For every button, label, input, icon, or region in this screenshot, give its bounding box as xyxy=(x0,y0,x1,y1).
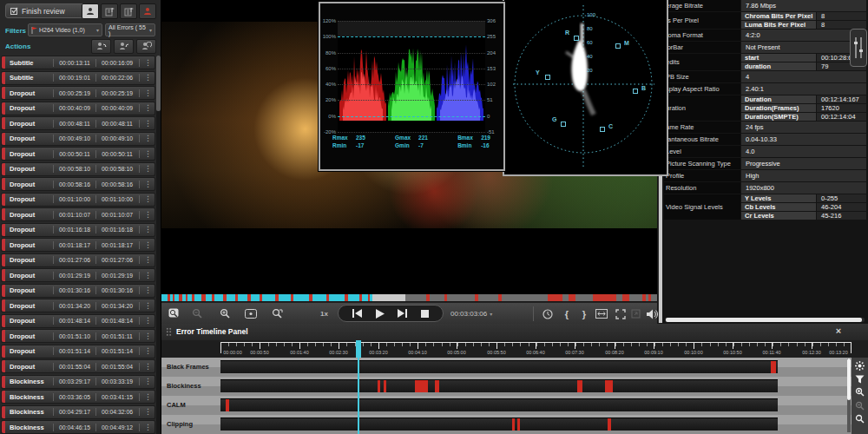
error-list-item[interactable]: Dropout 00:00:40:09 00:00:40:09 ⋮ xyxy=(1,102,155,115)
row-menu-icon[interactable]: ⋮ xyxy=(144,241,155,249)
row-menu-icon[interactable]: ⋮ xyxy=(144,363,155,371)
row-menu-icon[interactable]: ⋮ xyxy=(144,150,155,158)
scrollbar-thumb[interactable] xyxy=(847,358,851,400)
frame-view-button[interactable] xyxy=(241,306,260,321)
current-timecode[interactable]: 00:03:03:06 ▾ xyxy=(450,310,492,318)
error-filter-dropdown[interactable]: All Errors ( 55 ) ▾ xyxy=(105,23,155,36)
error-list-item[interactable]: Blockiness 00:04:46:15 00:04:49:12 ⋮ xyxy=(1,420,155,434)
finish-review-button[interactable]: Finish review xyxy=(5,3,86,18)
error-list-item[interactable]: Dropout 00:00:25:19 00:00:25:19 ⋮ xyxy=(1,86,155,100)
timeline-scrollbar[interactable] xyxy=(847,358,851,432)
error-list-item[interactable]: Blockiness 00:03:36:05 00:03:41:15 ⋮ xyxy=(1,390,155,404)
error-list-item[interactable]: Dropout 00:00:58:16 00:00:58:16 ⋮ xyxy=(1,177,155,191)
row-menu-icon[interactable]: ⋮ xyxy=(144,135,155,142)
error-marker[interactable] xyxy=(577,380,582,392)
mark-out-button[interactable]: } xyxy=(576,306,592,321)
properties-hscrollbar[interactable] xyxy=(665,318,865,322)
row-menu-icon[interactable]: ⋮ xyxy=(144,226,155,233)
error-list-item[interactable]: Dropout 00:01:34:20 00:01:34:20 ⋮ xyxy=(1,299,155,312)
timeline-header[interactable]: Error Timeline Panel × xyxy=(161,324,868,341)
error-list-item[interactable]: Dropout 00:01:10:00 00:01:10:00 ⋮ xyxy=(1,193,155,207)
video-track-dropdown[interactable]: H264 Video (1,0) ▾ xyxy=(28,23,102,36)
scrollbar-thumb[interactable] xyxy=(666,318,862,322)
row-menu-icon[interactable]: ⋮ xyxy=(144,286,155,294)
scrollbar-thumb[interactable] xyxy=(156,56,161,111)
row-menu-icon[interactable]: ⋮ xyxy=(144,211,155,219)
error-list-item[interactable]: Dropout 00:01:10:07 00:01:10:07 ⋮ xyxy=(1,207,155,221)
action-reject-button[interactable] xyxy=(114,39,134,54)
error-list-item[interactable]: Dropout 00:00:58:10 00:00:58:10 ⋮ xyxy=(1,162,155,176)
timeline-zoom-reset-button[interactable] xyxy=(855,414,865,424)
stop-button[interactable] xyxy=(421,310,429,318)
row-menu-icon[interactable]: ⋮ xyxy=(144,195,155,203)
timeline-settings-button[interactable] xyxy=(855,361,865,371)
error-list-item[interactable]: Dropout 00:01:51:14 00:01:51:14 ⋮ xyxy=(1,345,155,358)
detach-button[interactable] xyxy=(628,306,643,321)
drag-grip-icon[interactable] xyxy=(166,327,172,337)
track-bar[interactable] xyxy=(220,398,778,411)
row-menu-icon[interactable]: ⋮ xyxy=(144,104,155,112)
error-marker[interactable] xyxy=(384,380,386,392)
error-marker[interactable] xyxy=(608,418,611,431)
error-marker[interactable] xyxy=(512,418,515,431)
error-marker[interactable] xyxy=(517,418,520,431)
action-accept-button[interactable] xyxy=(91,39,111,54)
error-list-item[interactable]: Subtitle 00:00:13:11 00:00:16:09 ⋮ xyxy=(1,56,155,69)
error-list-item[interactable]: Dropout 00:00:50:11 00:00:50:11 ⋮ xyxy=(1,147,155,161)
row-menu-icon[interactable]: ⋮ xyxy=(144,256,155,264)
error-list-item[interactable]: Dropout 00:01:18:17 00:01:18:17 ⋮ xyxy=(1,238,155,252)
row-menu-icon[interactable]: ⋮ xyxy=(144,347,155,355)
error-list-item[interactable]: Blockiness 00:03:29:17 00:03:33:19 ⋮ xyxy=(1,375,155,389)
close-icon[interactable]: × xyxy=(832,326,845,336)
error-list-item[interactable]: Dropout 00:01:51:10 00:01:51:11 ⋮ xyxy=(1,329,155,343)
zoom-reset-button[interactable] xyxy=(267,306,286,321)
row-menu-icon[interactable]: ⋮ xyxy=(144,317,155,325)
timeline-zoom-out-button[interactable] xyxy=(855,401,865,411)
row-menu-icon[interactable]: ⋮ xyxy=(144,272,155,279)
row-menu-icon[interactable]: ⋮ xyxy=(144,302,155,310)
error-marker[interactable] xyxy=(378,380,380,392)
track-bar[interactable] xyxy=(220,418,778,431)
error-list-item[interactable]: Dropout 00:01:48:14 00:01:48:14 ⋮ xyxy=(1,314,155,328)
error-marker[interactable] xyxy=(605,380,613,392)
error-list-item[interactable]: Dropout 00:01:16:18 00:01:16:18 ⋮ xyxy=(1,223,155,237)
row-menu-icon[interactable]: ⋮ xyxy=(144,393,155,401)
row-menu-icon[interactable]: ⋮ xyxy=(144,165,155,173)
error-marker[interactable] xyxy=(435,380,439,392)
error-list-item[interactable]: Dropout 00:01:55:04 00:01:55:04 ⋮ xyxy=(1,359,155,373)
row-menu-icon[interactable]: ⋮ xyxy=(144,378,155,385)
report-flag-alt-icon-button[interactable] xyxy=(120,3,137,19)
row-menu-icon[interactable]: ⋮ xyxy=(144,74,155,82)
row-menu-icon[interactable]: ⋮ xyxy=(144,120,155,128)
row-menu-icon[interactable]: ⋮ xyxy=(144,408,155,416)
vectorscope-overlay[interactable]: 10080604020RMYBGC xyxy=(503,0,668,176)
error-marker[interactable] xyxy=(226,399,229,411)
zoom-select-button[interactable] xyxy=(165,306,184,321)
timeline-filter-button[interactable] xyxy=(855,375,865,384)
track-bar[interactable] xyxy=(220,379,778,392)
row-menu-icon[interactable]: ⋮ xyxy=(144,89,155,97)
error-list-item[interactable]: Dropout 00:01:27:06 00:01:27:06 ⋮ xyxy=(1,253,155,267)
previous-frame-button[interactable] xyxy=(352,309,362,318)
timeline-ruler[interactable]: 00:00:0000:00:5000:01:4000:02:3000:03:20… xyxy=(220,342,852,358)
rgb-parade-waveform-overlay[interactable]: 120%306100%25580%20460%15340%10220%510%0… xyxy=(319,2,505,171)
aspect-ratio-button[interactable] xyxy=(594,306,609,321)
row-menu-icon[interactable]: ⋮ xyxy=(144,332,155,340)
error-marker[interactable] xyxy=(771,361,776,373)
action-reset-button[interactable] xyxy=(136,39,156,54)
clock-button[interactable] xyxy=(540,306,556,321)
mark-in-button[interactable]: { xyxy=(559,306,575,321)
row-menu-icon[interactable]: ⋮ xyxy=(144,59,155,67)
next-frame-button[interactable] xyxy=(398,309,407,318)
error-list-item[interactable]: Dropout 00:00:48:11 00:00:48:11 ⋮ xyxy=(1,116,155,130)
properties-settings-button[interactable] xyxy=(850,29,867,67)
error-list-item[interactable]: Blockiness 00:04:29:17 00:04:32:06 ⋮ xyxy=(1,405,155,419)
error-list-scrollbar[interactable] xyxy=(156,56,161,434)
error-list-item[interactable]: Dropout 00:01:29:19 00:01:29:19 ⋮ xyxy=(1,268,155,282)
zoom-in-button[interactable] xyxy=(215,306,234,321)
error-list-item[interactable]: Subtitle 00:00:19:01 00:00:22:06 ⋮ xyxy=(1,71,155,85)
seek-bar[interactable] xyxy=(161,294,657,301)
error-marker[interactable] xyxy=(415,380,428,392)
reviewer-red-icon-button[interactable] xyxy=(139,3,156,19)
report-flag-icon-button[interactable] xyxy=(101,3,118,19)
